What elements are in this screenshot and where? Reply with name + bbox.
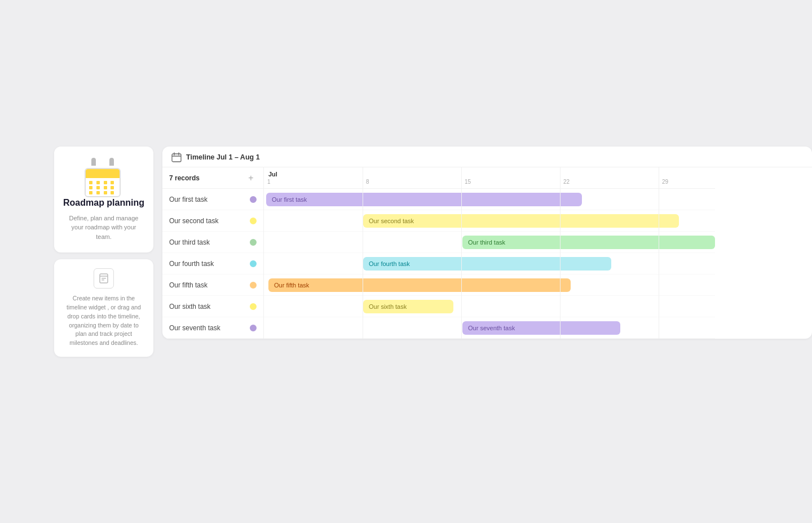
task-dot-3 (250, 239, 257, 246)
hero-title: Roadmap planning (63, 197, 144, 209)
month-label: Jul (264, 171, 277, 178)
gantt-bar-3[interactable]: Our third task (462, 236, 715, 249)
gantt-rows-container: Our first taskOur second taskOur third t… (264, 189, 715, 339)
gantt-row-3: Our third task (264, 232, 715, 253)
timeline-calendar-icon (171, 152, 182, 162)
timeline-body: 7 records + Our first taskOur second tas… (162, 167, 812, 339)
records-label: 7 records (169, 174, 200, 182)
task-name-2: Our second task (169, 217, 218, 225)
task-row-7[interactable]: Our seventh task (162, 317, 263, 339)
gantt-bar-6[interactable]: Our sixth task (363, 300, 453, 313)
gantt-area: Jul18152229 Our first taskOur second tas… (264, 167, 812, 339)
page-container: Roadmap planning Define, plan and manage… (0, 34, 812, 357)
task-dot-7 (250, 325, 257, 331)
task-row-3[interactable]: Our third task (162, 232, 263, 253)
task-row-1[interactable]: Our first task (162, 189, 263, 210)
task-row-6[interactable]: Our sixth task (162, 296, 263, 317)
gantt-bar-2[interactable]: Our second task (363, 214, 679, 228)
task-name-5: Our fifth task (169, 281, 208, 289)
task-name-3: Our third task (169, 238, 210, 246)
gantt-bar-4[interactable]: Our fourth task (363, 257, 611, 271)
task-list-header: 7 records + (162, 167, 263, 189)
day-marker-1: 1 (267, 179, 271, 185)
gantt-bar-5[interactable]: Our fifth task (268, 278, 571, 292)
timeline-card: Timeline Jul 1 – Aug 1 7 records + Our f… (162, 147, 812, 339)
task-rows-container: Our first taskOur second taskOur third t… (162, 189, 263, 339)
calendar-illustration (81, 158, 126, 197)
task-row-5[interactable]: Our fifth task (162, 274, 263, 296)
task-name-7: Our seventh task (169, 324, 220, 332)
info-card: Create new items in the timeline widget … (54, 259, 153, 357)
svg-rect-4 (172, 154, 181, 162)
gantt-row-2: Our second task (264, 210, 715, 232)
task-dot-6 (250, 303, 257, 310)
gantt-row-5: Our fifth task (264, 274, 715, 296)
day-marker-8: 8 (366, 179, 369, 185)
cal-header-row: Jul18152229 (264, 167, 715, 189)
day-marker-22: 22 (563, 179, 570, 185)
gantt-grid: Jul18152229 Our first taskOur second tas… (264, 167, 715, 339)
add-task-button[interactable]: + (245, 172, 257, 184)
task-name-6: Our sixth task (169, 303, 210, 311)
day-marker-29: 29 (662, 179, 668, 185)
day-marker-15: 15 (465, 179, 471, 185)
task-dot-1 (250, 196, 257, 203)
task-dot-5 (250, 282, 257, 289)
task-list-panel: 7 records + Our first taskOur second tas… (162, 167, 264, 339)
task-dot-2 (250, 218, 257, 224)
task-name-4: Our fourth task (169, 260, 214, 268)
timeline-header: Timeline Jul 1 – Aug 1 (162, 147, 812, 167)
task-row-4[interactable]: Our fourth task (162, 253, 263, 274)
gantt-row-7: Our seventh task (264, 317, 715, 339)
gantt-bar-1[interactable]: Our first task (266, 193, 582, 206)
svg-rect-2 (102, 278, 106, 279)
gantt-row-4: Our fourth task (264, 253, 715, 274)
svg-rect-3 (102, 280, 104, 281)
info-text: Create new items in the timeline widget … (63, 294, 144, 348)
hero-card: Roadmap planning Define, plan and manage… (54, 147, 153, 252)
sidebar: Roadmap planning Define, plan and manage… (54, 147, 153, 357)
gantt-row-1: Our first task (264, 189, 715, 210)
task-dot-4 (250, 260, 257, 267)
task-row-2[interactable]: Our second task (162, 210, 263, 232)
book-icon (94, 268, 114, 289)
timeline-title: Timeline Jul 1 – Aug 1 (186, 153, 260, 161)
hero-description: Define, plan and manage your roadmap wit… (63, 214, 144, 242)
task-name-1: Our first task (169, 196, 208, 203)
gantt-row-6: Our sixth task (264, 296, 715, 317)
gantt-bar-7[interactable]: Our seventh task (462, 321, 620, 335)
